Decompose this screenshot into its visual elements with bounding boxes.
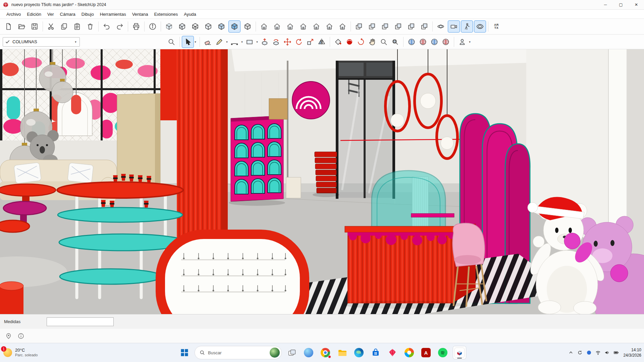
measurements-input[interactable]: [47, 317, 114, 326]
line-tool-caret-icon[interactable]: [225, 40, 229, 44]
style-xray-icon[interactable]: [163, 21, 175, 32]
copy-icon[interactable]: [58, 21, 70, 32]
view-iso-icon[interactable]: [258, 21, 270, 32]
task-view-icon[interactable]: [285, 346, 299, 359]
walk-icon[interactable]: [461, 21, 473, 32]
look-around-icon[interactable]: [474, 21, 486, 32]
pan-tool-icon[interactable]: [367, 36, 378, 48]
select-tool-icon[interactable]: [182, 36, 194, 48]
flip-tool-icon[interactable]: [316, 36, 327, 48]
new-document-icon[interactable]: [3, 21, 14, 32]
style-wireframe-icon[interactable]: [190, 21, 201, 32]
push-pull-tool-icon[interactable]: [259, 36, 270, 48]
view-front-icon[interactable]: [284, 21, 296, 32]
undo-icon[interactable]: [101, 21, 112, 32]
chrome-icon[interactable]: [319, 346, 332, 359]
acrobat-icon[interactable]: A: [419, 346, 433, 359]
credits-info-icon[interactable]: [18, 333, 24, 339]
rotate-tool-icon[interactable]: [293, 36, 305, 48]
hide-rest-of-model-icon[interactable]: [406, 21, 417, 32]
paste-icon[interactable]: [71, 21, 83, 32]
move-tool-icon[interactable]: [282, 36, 293, 48]
sync-icon[interactable]: [577, 350, 583, 355]
zoom-extents-tool-icon[interactable]: [389, 36, 401, 48]
viewport-canvas[interactable]: [0, 49, 644, 314]
style-shaded-with-textures-icon[interactable]: [229, 21, 240, 32]
clock[interactable]: 14:10 24/3/2026: [624, 347, 641, 358]
material-sampler-tool-icon[interactable]: [344, 36, 355, 48]
menu-ventana[interactable]: Ventana: [129, 10, 151, 18]
weld-tool-icon[interactable]: [355, 36, 367, 48]
wifi-icon[interactable]: [595, 350, 601, 355]
taskbar-search[interactable]: Buscar: [195, 346, 282, 359]
cut-icon[interactable]: [45, 21, 57, 32]
battery-icon[interactable]: [613, 350, 619, 355]
follow-me-tool-icon[interactable]: [270, 36, 282, 48]
sketchup-taskbar-icon[interactable]: [453, 346, 466, 359]
minimize-button[interactable]: ─: [598, 0, 613, 9]
sandbox-from-scratch-icon[interactable]: [417, 36, 429, 48]
start-button[interactable]: [178, 346, 191, 359]
geolocation-icon[interactable]: [5, 333, 12, 339]
menu-ver[interactable]: Ver: [44, 10, 57, 18]
eraser-tool-icon[interactable]: [202, 36, 214, 48]
view-right-icon[interactable]: [298, 21, 309, 32]
zoom-tool-icon[interactable]: [378, 36, 389, 48]
line-tool-icon[interactable]: [214, 36, 225, 48]
arc-tool-icon[interactable]: [229, 36, 240, 48]
display-section-planes-icon[interactable]: [366, 21, 378, 32]
copilot-icon[interactable]: [302, 346, 315, 359]
tray-app-icon[interactable]: [586, 350, 592, 355]
rectangle-tool-caret-icon[interactable]: [255, 40, 259, 44]
text-annotation-icon[interactable]: AR TX: [491, 21, 502, 32]
edge-icon[interactable]: [352, 346, 366, 359]
menu-extensiones[interactable]: Extensiones: [151, 10, 181, 18]
sandbox-from-contours-icon[interactable]: [406, 36, 417, 48]
spotify-icon[interactable]: [436, 346, 449, 359]
tag-dropdown[interactable]: COLUMNAS: [3, 37, 80, 47]
menu-archivo[interactable]: Archivo: [3, 10, 24, 18]
style-hidden-line-icon[interactable]: [203, 21, 214, 32]
select-tool-caret-icon[interactable]: [194, 40, 197, 44]
style-back-edges-icon[interactable]: [176, 21, 188, 32]
open-icon[interactable]: [16, 21, 27, 32]
display-section-fill-icon[interactable]: [392, 21, 404, 32]
weather-widget[interactable]: 1 20°C Parc. soleado: [3, 348, 38, 358]
maximize-button[interactable]: ▢: [613, 0, 629, 9]
position-camera-icon[interactable]: [448, 21, 460, 32]
volume-icon[interactable]: [604, 350, 610, 355]
search-tool-icon[interactable]: [166, 36, 177, 48]
microsoft-store-icon[interactable]: [369, 346, 382, 359]
menu-camara[interactable]: Cámara: [57, 10, 78, 18]
avatar-tool-icon[interactable]: [457, 36, 468, 48]
display-section-cuts-icon[interactable]: [379, 21, 391, 32]
view-left-icon[interactable]: [324, 21, 335, 32]
menu-dibujo[interactable]: Dibujo: [78, 10, 97, 18]
scale-tool-icon[interactable]: [305, 36, 316, 48]
menu-ayuda[interactable]: Ayuda: [181, 10, 199, 18]
hide-similar-components-icon[interactable]: [419, 21, 430, 32]
section-plane-icon[interactable]: [353, 21, 365, 32]
save-icon[interactable]: [29, 21, 40, 32]
search-highlight-image[interactable]: [270, 348, 280, 358]
menu-edicion[interactable]: Edición: [24, 10, 44, 18]
file-explorer-icon[interactable]: [335, 346, 349, 359]
gem-app-icon[interactable]: [386, 346, 399, 359]
style-monochrome-icon[interactable]: [242, 21, 253, 32]
view-back-icon[interactable]: [311, 21, 322, 32]
menu-herramientas[interactable]: Herramientas: [97, 10, 129, 18]
model-info-icon[interactable]: [147, 21, 158, 32]
rectangle-tool-icon[interactable]: [244, 36, 255, 48]
hidden-icons-chevron[interactable]: [568, 350, 574, 355]
orbit-icon[interactable]: [435, 21, 446, 32]
view-top-icon[interactable]: [271, 21, 283, 32]
view-bottom-icon[interactable]: [337, 21, 348, 32]
print-icon[interactable]: [130, 21, 142, 32]
sandbox-smoove-icon[interactable]: [429, 36, 440, 48]
paint-bucket-tool-icon[interactable]: [332, 36, 344, 48]
sandbox-stamp-icon[interactable]: [440, 36, 451, 48]
close-button[interactable]: ✕: [629, 0, 644, 9]
photos-icon[interactable]: [402, 346, 416, 359]
avatar-tool-caret-icon[interactable]: [468, 40, 472, 44]
delete-icon[interactable]: [85, 21, 96, 32]
